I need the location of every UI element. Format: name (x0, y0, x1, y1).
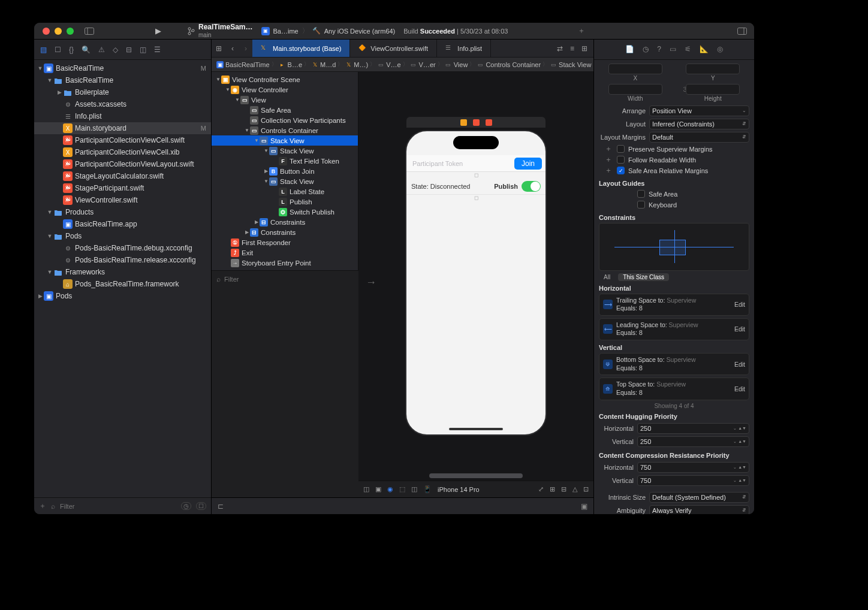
tree-row[interactable]: ▼Products (34, 206, 211, 218)
outline-row[interactable]: ▼▭Stack View (212, 146, 358, 156)
y-field[interactable] (689, 65, 754, 73)
console-toggle-icon[interactable]: ▣ (581, 502, 587, 511)
outline-row[interactable]: ⏣Switch Publish (212, 207, 358, 217)
tree-row-root[interactable]: ▼ ▣ BasicRealTime M (34, 62, 211, 74)
outline-row[interactable]: FText Field Token (212, 156, 358, 166)
tree-row[interactable]: ⚙Assets.xcassets (34, 98, 211, 110)
crumb-item[interactable]: ▭V…er (410, 61, 436, 68)
edit-button[interactable]: Edit (734, 301, 745, 308)
editor-tab[interactable]: 🔶ViewController.swift (350, 40, 437, 57)
outline-row[interactable]: ▶⊟Constraints (212, 217, 358, 227)
issue-tab-icon[interactable]: ⚠ (98, 46, 105, 54)
crumb-item[interactable]: ▭View (445, 61, 468, 68)
constraint-diagram[interactable] (599, 223, 749, 271)
resolve-icon[interactable]: △ (572, 485, 577, 493)
edit-button[interactable]: Edit (734, 385, 745, 392)
back-button[interactable]: ‹ (226, 44, 239, 53)
tree-row[interactable]: ▶Boilerplate (34, 86, 211, 98)
document-outline[interactable]: ▼▣View Controller Scene▼◉View Controller… (212, 72, 358, 270)
hug-h-field[interactable] (640, 425, 733, 432)
outline-row[interactable]: ▼▭Controls Container (212, 125, 358, 135)
outline-filter[interactable]: ⌕ (212, 270, 358, 287)
outline-row[interactable]: ▶BButton Join (212, 166, 358, 176)
crumb-item[interactable]: ▣BasicRealTime (216, 61, 270, 68)
tree-row[interactable]: ⚙Pods-BasicRealTime.debug.xcconfig (34, 242, 211, 254)
embed-icon[interactable]: ⊡ (583, 485, 589, 493)
debug-tab-icon[interactable]: ⊟ (126, 46, 132, 54)
grid-icon[interactable]: ⊞ (212, 44, 226, 53)
tree-row[interactable]: ☰Info.plist (34, 110, 211, 122)
keyboard-guide-check[interactable] (637, 201, 645, 209)
participant-token-field[interactable] (410, 159, 514, 168)
navigator-tabs[interactable]: ▤ ☐ {} 🔍 ⚠ ◇ ⊟ ◫ ☰ (34, 40, 211, 60)
inspector-tabs[interactable]: 📄 ◷ ? ▭ ⚟ 📐 ◎ (594, 40, 754, 60)
scene-dock[interactable] (406, 117, 545, 128)
add-margin-button[interactable]: ＋ (605, 165, 613, 176)
edit-button[interactable]: Edit (734, 361, 745, 368)
device-name[interactable]: iPhone 14 Pro (438, 486, 480, 493)
report-tab-icon[interactable]: ☰ (154, 46, 161, 54)
exit-icon[interactable] (486, 119, 492, 126)
arrange-select[interactable]: Position View⌄ (649, 105, 749, 116)
navigator-filter[interactable]: ＋ ⌕ ◷ ☐ (34, 497, 211, 514)
editor-tab[interactable]: 𝕏Main.storyboard (Base) (252, 40, 350, 57)
tree-row[interactable]: XMain.storyboardM (34, 122, 211, 134)
outline-row[interactable]: ▼▣View Controller Scene (212, 74, 358, 84)
tree-row[interactable]: ⌂Pods_BasicRealTime.framework (34, 278, 211, 290)
comp-h-field[interactable] (640, 464, 733, 471)
outline-row[interactable]: ①First Responder (212, 237, 358, 247)
source-control-tab-icon[interactable]: ☐ (55, 46, 61, 54)
find-tab-icon[interactable]: 🔍 (82, 46, 91, 54)
breakpoint-tab-icon[interactable]: ◫ (140, 46, 146, 54)
minimize-button[interactable] (55, 28, 62, 35)
library-button[interactable] (737, 28, 754, 35)
forward-button[interactable]: › (239, 44, 252, 53)
outline-row[interactable]: ▼▭View (212, 95, 358, 105)
outline-row[interactable]: →Storyboard Entry Point (212, 258, 358, 268)
tree-row[interactable]: XParticipantCollectionViewCell.xib (34, 146, 211, 158)
crumb-item[interactable]: ▭Controls Container (477, 61, 541, 68)
outline-filter-input[interactable] (224, 276, 354, 283)
preserve-margins-check[interactable] (617, 145, 625, 153)
scm-filter-icon[interactable]: ☐ (196, 502, 206, 510)
safe-area-guide-check[interactable] (637, 190, 645, 198)
zoom-icon[interactable]: ⤢ (538, 485, 544, 493)
crumb-item[interactable]: ▭Stack View (550, 61, 591, 68)
tree-row[interactable]: ▼BasicRealTime (34, 74, 211, 86)
readable-width-check[interactable] (617, 156, 625, 164)
scheme-selector[interactable]: RealTimeSam… main (188, 23, 253, 38)
minimap-icon[interactable]: ≡ (570, 44, 574, 53)
file-tree[interactable]: ▼ ▣ BasicRealTime M ▼BasicRealTime▶Boile… (34, 60, 211, 497)
edit-button[interactable]: Edit (734, 325, 745, 333)
add-margin-button[interactable]: ＋ (605, 144, 613, 154)
jump-icon[interactable]: ⇄ (557, 44, 563, 53)
help-inspector-icon[interactable]: ? (657, 45, 661, 53)
sidebar-toggle-icon[interactable] (83, 26, 95, 36)
test-tab-icon[interactable]: ◇ (113, 46, 118, 54)
crumb-item[interactable]: 𝕏M…) (345, 61, 368, 68)
layout-icon[interactable]: ⬚ (399, 485, 405, 493)
tree-row[interactable]: StageLayoutCalculator.swift (34, 170, 211, 182)
device-icon[interactable]: 📱 (423, 485, 432, 493)
zoom-button[interactable] (67, 28, 74, 35)
tree-row[interactable]: StageParticipant.swift (34, 182, 211, 194)
orientation-icon[interactable]: ◫ (411, 485, 417, 493)
filter-input[interactable] (60, 503, 176, 510)
outline-row[interactable]: ▼◉View Controller (212, 84, 358, 95)
align-icon[interactable]: ⊟ (561, 485, 566, 493)
close-button[interactable] (43, 28, 50, 35)
add-tab-button[interactable]: ＋ (572, 26, 590, 36)
outline-toggle-icon[interactable]: ◫ (363, 485, 369, 493)
tree-row[interactable]: ▶▣Pods (34, 290, 211, 302)
crumb-item[interactable]: ▭V…e (377, 61, 400, 68)
comp-v-field[interactable] (640, 477, 733, 484)
outline-row[interactable]: ▼▭Stack View (212, 176, 358, 186)
tree-row[interactable]: ViewController.swift (34, 194, 211, 206)
first-responder-icon[interactable] (473, 119, 480, 126)
debug-toggle-icon[interactable]: ⊏ (218, 502, 224, 511)
attributes-inspector-icon[interactable]: ⚟ (685, 45, 691, 53)
ambiguity-select[interactable]: Always Verify⇵ (649, 505, 749, 514)
outline-row[interactable]: ▭Safe Area (212, 105, 358, 115)
folder-tab-icon[interactable]: ▤ (40, 46, 47, 54)
run-button[interactable]: ▶ (149, 26, 167, 35)
